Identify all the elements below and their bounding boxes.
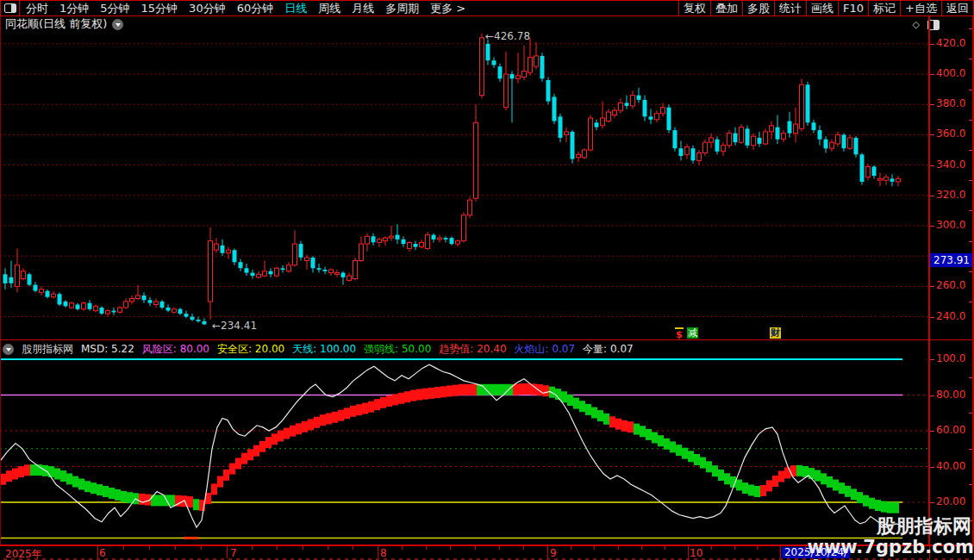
toolbar-button-5[interactable]: 画线	[806, 1, 838, 16]
minor-tick	[571, 546, 571, 550]
minor-tick	[594, 546, 595, 550]
event-marker-reduce[interactable]: 减	[687, 327, 698, 339]
pane-divider	[0, 339, 974, 340]
axis-tick	[930, 226, 934, 227]
trend-ribbon	[0, 383, 899, 513]
watermark-title: 股朋指标网	[877, 513, 971, 539]
toolbar-button-8[interactable]: +自选	[900, 1, 941, 16]
minor-tick	[499, 546, 500, 550]
indicator-field-6: 强弱线: 50.00	[364, 342, 431, 357]
indicator-chart[interactable]	[0, 358, 929, 544]
left-frame	[0, 16, 1, 556]
axis-tick	[930, 104, 934, 105]
axis-tick	[930, 134, 934, 135]
chart-title: 同花顺(日线 前复权)	[5, 16, 107, 32]
minor-tick	[805, 546, 806, 550]
indicator-field-5: 天线: 100.00	[292, 342, 356, 357]
price-axis: 273.91 420.0400.0380.0360.0340.0320.0300…	[929, 17, 974, 556]
period-tab-2[interactable]: 1分钟	[59, 1, 89, 16]
month-tick	[780, 546, 781, 558]
toolbar-button-9[interactable]: 返回	[941, 1, 973, 16]
axis-tick	[930, 467, 934, 468]
minor-tick	[734, 546, 735, 550]
price-axis-label: 360.0	[936, 128, 965, 140]
axis-tick	[930, 502, 934, 503]
axis-tick	[930, 44, 934, 45]
minor-tick	[523, 546, 524, 550]
price-axis-label: 260.0	[936, 279, 965, 291]
period-tab-8[interactable]: 周线	[318, 1, 340, 16]
price-axis-label: 240.0	[936, 310, 965, 322]
minor-tick	[475, 546, 476, 550]
month-tick	[547, 546, 548, 558]
axis-tick	[930, 359, 934, 360]
low-annotation: ←234.41	[212, 320, 257, 332]
toolbar-buttons: 复权叠加多股统计画线F10标记+自选返回	[678, 1, 973, 16]
chevron-down-icon[interactable]	[3, 344, 14, 355]
indicator-field-2: MSD: 5.22	[81, 343, 134, 355]
toolbar-button-3[interactable]: 多股	[742, 1, 774, 16]
minor-tick	[426, 546, 427, 550]
indicator-field-8: 火焰山: 0.07	[515, 342, 576, 357]
period-tab-6[interactable]: 60分钟	[237, 1, 274, 16]
event-marker-dividend[interactable]: $	[675, 327, 684, 340]
axis-tick	[930, 395, 934, 396]
toolbar-button-4[interactable]: 统计	[774, 1, 806, 16]
last-price-badge: 273.91	[929, 253, 974, 267]
axis-tick	[930, 431, 934, 432]
period-tab-1[interactable]: 分时	[26, 1, 48, 16]
indicator-axis-label: 60.00	[936, 424, 965, 436]
period-tab-4[interactable]: 15分钟	[141, 1, 178, 16]
minor-tick	[711, 546, 712, 550]
minor-tick	[149, 546, 150, 550]
axis-tick	[930, 196, 934, 196]
toolbar-button-7[interactable]: 标记	[868, 1, 900, 16]
price-axis-label: 340.0	[936, 159, 965, 171]
price-chart[interactable]	[0, 31, 929, 340]
high-annotation: ←426.78	[485, 30, 530, 42]
period-tab-9[interactable]: 月线	[352, 1, 374, 16]
candles	[3, 34, 901, 326]
price-axis-label: 300.0	[936, 219, 965, 231]
period-tabs: 分时1分钟5分钟15分钟30分钟60分钟日线周线月线多周期更多 >	[20, 1, 465, 16]
price-gridlines	[0, 44, 929, 317]
toolbar-button-2[interactable]: 叠加	[710, 1, 742, 16]
period-tab-10[interactable]: 多周期	[385, 1, 419, 16]
axis-tick	[930, 317, 934, 318]
period-tab-3[interactable]: 5分钟	[100, 1, 129, 16]
toolbar-button-1[interactable]: 复权	[678, 1, 710, 16]
minor-tick	[175, 546, 176, 550]
indicator-field-3: 风险区: 80.00	[142, 342, 209, 357]
indicator-field-1: 股朋指标网	[22, 342, 73, 357]
indicator-axis-label: 20.00	[936, 495, 965, 507]
event-marker-report[interactable]: 财	[770, 327, 781, 339]
toolbar-button-6[interactable]: F10	[838, 1, 868, 16]
minor-tick	[618, 546, 619, 550]
period-tab-7[interactable]: 日线	[284, 1, 307, 16]
minor-tick	[757, 546, 758, 550]
axis-tick	[930, 286, 934, 287]
minor-tick	[353, 546, 353, 550]
indicator-header: 股朋指标网MSD: 5.22风险区: 80.00安全区: 20.00天线: 10…	[0, 341, 930, 357]
watermark-url: www.7gpzb.com	[807, 537, 974, 557]
indicator-axis-label: 40.00	[936, 460, 965, 472]
minor-tick	[402, 546, 403, 550]
chart-titlebar: 同花顺(日线 前复权)	[0, 17, 927, 31]
period-toolbar: 分时1分钟5分钟15分钟30分钟60分钟日线周线月线多周期更多 > 复权叠加多股…	[0, 0, 974, 16]
window-icon[interactable]	[4, 3, 16, 13]
indicator-axis-label: 80.00	[936, 389, 965, 401]
indicator-field-4: 安全区: 20.00	[217, 342, 284, 357]
diamond-icon[interactable]: ◇	[913, 19, 920, 30]
minor-tick	[201, 546, 202, 550]
tonghuashun-window: 分时1分钟5分钟15分钟30分钟60分钟日线周线月线多周期更多 > 复权叠加多股…	[0, 0, 974, 560]
indicator-field-9: 今量: 0.07	[583, 342, 634, 357]
period-tab-5[interactable]: 30分钟	[189, 1, 226, 16]
price-axis-label: 420.0	[936, 37, 965, 49]
minor-tick	[641, 546, 642, 550]
indicator-axis-label: 100.0	[936, 352, 965, 364]
chevron-down-icon[interactable]	[112, 19, 123, 30]
axis-tick	[930, 74, 934, 75]
minor-tick	[252, 546, 253, 550]
minor-tick	[665, 546, 665, 550]
period-tab-11[interactable]: 更多 >	[430, 1, 465, 16]
